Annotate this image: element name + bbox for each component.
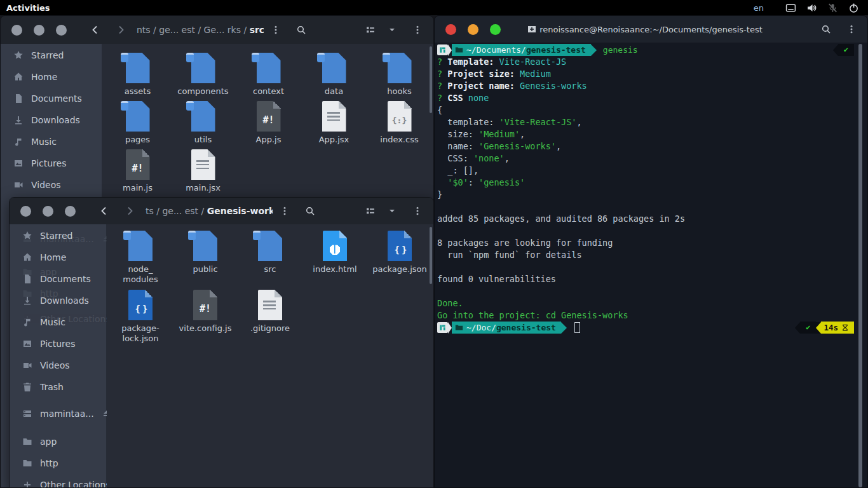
file-item[interactable]: package- lock.json [108, 288, 173, 348]
powerline-separator [816, 322, 821, 334]
prompt-path-segment: ~/Doc/genesis-test [452, 322, 561, 334]
file-item[interactable]: src [238, 229, 302, 288]
file-label: .gitignore [250, 323, 290, 334]
prompt-path-prefix: ~/Documents/ [466, 45, 526, 55]
sidebar-item-home[interactable]: Home [1, 66, 102, 88]
file-label: src [264, 264, 276, 274]
sidebar-item-other-locations[interactable]: Other Locations [10, 474, 106, 488]
view-options-dropdown[interactable] [384, 22, 400, 38]
terminal-body[interactable]: ~/Documents/genesis-test genesis ✔ ? Tem… [435, 43, 867, 334]
sidebar-item-label: Pictures [40, 339, 75, 349]
sidebar-item-device-mamintaa[interactable]: mamintaa... [10, 403, 106, 424]
window-control[interactable] [11, 25, 22, 36]
view-mode-button[interactable] [362, 203, 379, 219]
sidebar-item-label: Documents [31, 93, 82, 104]
close-button[interactable] [445, 24, 456, 35]
new-tab-button[interactable] [524, 21, 540, 37]
sidebar-item-pictures[interactable]: Pictures [10, 333, 106, 355]
sidebar-item-app[interactable]: app [10, 431, 106, 452]
file-item[interactable]: main.jsx [170, 148, 236, 196]
sidebar-item-music[interactable]: Music [1, 131, 102, 152]
fm2-titlebar[interactable]: ts / ge... est / Genesis-works [10, 198, 433, 224]
activities-button[interactable]: Activities [0, 3, 50, 13]
sidebar-item-downloads[interactable]: Downloads [1, 109, 102, 131]
manjaro-logo-icon [437, 322, 448, 333]
terminal-line: _: [], [437, 165, 867, 177]
minimize-button[interactable] [468, 24, 478, 35]
window-control[interactable] [34, 25, 44, 36]
back-button[interactable] [87, 22, 104, 38]
window-control[interactable] [65, 206, 76, 217]
search-button[interactable] [302, 203, 318, 219]
file-item[interactable]: vite.config.js [173, 288, 238, 348]
view-options-dropdown[interactable] [384, 203, 400, 219]
file-item[interactable]: components [170, 51, 236, 100]
file-item[interactable]: App.js [236, 100, 301, 148]
breadcrumb[interactable]: nts / ge... est / Ge... rks / src [137, 25, 264, 35]
back-button[interactable] [96, 203, 112, 219]
file-item[interactable]: App.jsx [301, 100, 367, 148]
file-item[interactable]: assets [105, 51, 170, 100]
forward-button[interactable] [121, 203, 138, 219]
terminal-titlebar[interactable]: renoissance@Renoisaance:~/Documents/gene… [435, 16, 867, 43]
volume-icon [806, 3, 817, 13]
view-mode-button[interactable] [362, 22, 379, 38]
sidebar-item-documents[interactable]: Documents [1, 88, 102, 109]
file-item[interactable]: main.js [105, 148, 170, 196]
prompt-path-segment: ~/Documents/genesis-test [452, 44, 591, 56]
fm1-scrollbar[interactable] [430, 46, 432, 113]
file-item[interactable]: public [173, 229, 238, 288]
sidebar-item-starred[interactable]: Starred [1, 44, 102, 66]
search-button[interactable] [818, 21, 834, 37]
terminal-line: template: 'Vite-React-JS', [437, 116, 867, 128]
sidebar-item-http[interactable]: http [10, 452, 106, 474]
window-menu-button[interactable] [409, 203, 426, 219]
window-control[interactable] [56, 25, 67, 36]
file-item[interactable]: package.json [367, 229, 432, 288]
file-item[interactable]: hooks [367, 51, 432, 100]
file-label: assets [125, 86, 151, 97]
manjaro-logo-icon [437, 44, 448, 55]
path-menu-button[interactable] [276, 203, 293, 219]
terminal-scrollbar[interactable] [858, 44, 862, 487]
terminal-line [437, 201, 867, 213]
breadcrumb[interactable]: ts / ge... est / Genesis-works [146, 206, 273, 216]
sidebar-item-label: Home [31, 72, 57, 82]
breadcrumb-current: Genesis-works [207, 206, 273, 216]
file-item[interactable]: data [301, 51, 367, 100]
file-item[interactable]: index.css [367, 100, 432, 148]
maximize-button[interactable] [490, 24, 501, 35]
input-device-icon [785, 3, 796, 13]
file-item[interactable]: context [236, 51, 301, 100]
sidebar-item-label: Downloads [31, 115, 80, 125]
window-control[interactable] [43, 206, 53, 217]
file-item[interactable]: utils [170, 100, 236, 148]
terminal-menu-button[interactable] [843, 21, 860, 37]
fm1-titlebar[interactable]: nts / ge... est / Ge... rks / src [1, 16, 433, 44]
forward-button[interactable] [112, 22, 129, 38]
sidebar-item-videos[interactable]: Videos [1, 174, 102, 196]
file-item[interactable]: .gitignore [238, 288, 302, 348]
keyboard-layout-indicator[interactable]: en [754, 3, 764, 13]
success-indicator: ✔ [838, 44, 854, 56]
window-control[interactable] [20, 206, 31, 217]
file-item[interactable]: index.html [302, 229, 367, 288]
file-label: App.jsx [319, 135, 349, 145]
file-label: main.js [123, 183, 153, 193]
window-menu-button[interactable] [409, 22, 426, 38]
fm2-scrollbar[interactable] [430, 227, 432, 284]
system-tray[interactable]: en [754, 3, 868, 13]
file-item[interactable]: node_ modules [108, 229, 173, 288]
sidebar-item-pictures[interactable]: Pictures [1, 152, 102, 174]
terminal-line: ? Project name: Genesis-works [437, 80, 867, 92]
text-file-icon [314, 100, 355, 133]
sidebar-item-trash[interactable]: Trash [10, 376, 106, 398]
file-item[interactable]: pages [105, 100, 170, 148]
fm2-sidebar: mamintaa... app http Other Locations Sta… [10, 224, 107, 487]
search-button[interactable] [293, 22, 309, 38]
sidebar-item-videos[interactable]: Videos [10, 355, 106, 376]
hourglass-icon [841, 323, 849, 332]
css-file-icon [379, 100, 420, 133]
folder-icon [118, 51, 158, 85]
path-menu-button[interactable] [268, 22, 284, 38]
